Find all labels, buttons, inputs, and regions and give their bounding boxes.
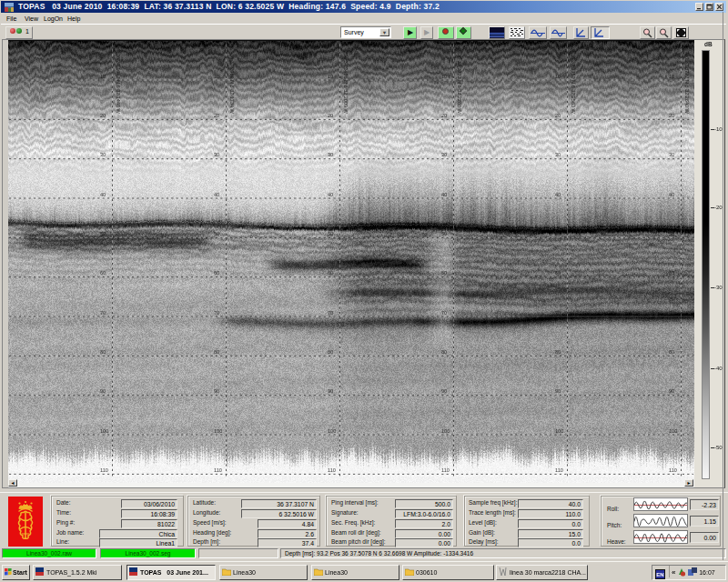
svg-text:20: 20 (214, 113, 219, 118)
svg-text:50: 50 (214, 231, 219, 236)
svg-text:100: 100 (328, 428, 336, 434)
svg-text:90: 90 (441, 388, 447, 394)
svg-text:20: 20 (100, 113, 106, 118)
svg-text:100: 100 (100, 428, 108, 434)
svg-text:110: 110 (100, 467, 108, 473)
svg-text:10: 10 (328, 74, 333, 79)
svg-text:40: 40 (669, 192, 674, 197)
svg-text:110: 110 (555, 467, 563, 473)
svg-text:10: 10 (441, 74, 447, 79)
svg-text:50: 50 (555, 231, 561, 236)
svg-text:30: 30 (214, 152, 219, 157)
svg-text:80: 80 (669, 349, 674, 355)
svg-text:70: 70 (669, 310, 674, 316)
svg-text:36 37.3777 N 6 32.2840 W: 36 37.3777 N 6 32.2840 W (684, 54, 690, 115)
svg-text:70: 70 (328, 310, 333, 316)
svg-text:36 37.3350 N 6 32.2563 W: 36 37.3350 N 6 32.2563 W (571, 54, 576, 115)
svg-text:20: 20 (328, 113, 333, 118)
svg-text:20: 20 (441, 113, 447, 118)
svg-text:10: 10 (214, 74, 219, 79)
svg-text:40: 40 (555, 192, 561, 197)
svg-text:36 37.1642 N 6 32.1448 W: 36 37.1642 N 6 32.1448 W (116, 54, 121, 115)
svg-text:60: 60 (441, 270, 447, 276)
svg-text:100: 100 (669, 428, 677, 434)
svg-text:110: 110 (441, 467, 450, 473)
svg-text:90: 90 (214, 388, 219, 394)
svg-text:50: 50 (441, 231, 447, 236)
svg-text:20: 20 (555, 113, 561, 118)
svg-text:50: 50 (669, 231, 674, 236)
svg-text:60: 60 (214, 270, 219, 276)
svg-text:10: 10 (100, 74, 106, 79)
svg-text:36 37.2923 N 6 32.2286 W: 36 37.2923 N 6 32.2286 W (457, 54, 462, 115)
svg-text:30: 30 (100, 152, 106, 157)
svg-text:10: 10 (669, 74, 674, 79)
svg-text:100: 100 (441, 428, 450, 434)
svg-text:40: 40 (100, 192, 106, 197)
svg-text:90: 90 (669, 388, 674, 394)
svg-text:100: 100 (555, 428, 563, 434)
svg-text:50: 50 (100, 231, 106, 236)
svg-text:90: 90 (328, 388, 333, 394)
svg-text:20: 20 (669, 113, 674, 118)
svg-text:80: 80 (100, 349, 106, 355)
svg-text:60: 60 (328, 270, 333, 276)
svg-text:30: 30 (441, 152, 447, 157)
svg-text:30: 30 (669, 152, 674, 157)
svg-text:10: 10 (555, 74, 561, 79)
svg-text:80: 80 (214, 349, 219, 355)
svg-text:40: 40 (214, 192, 219, 197)
svg-text:70: 70 (214, 310, 219, 316)
svg-text:60: 60 (100, 270, 106, 276)
svg-text:80: 80 (555, 349, 561, 355)
svg-text:80: 80 (441, 349, 447, 355)
svg-text:60: 60 (669, 270, 674, 276)
svg-text:40: 40 (441, 192, 447, 197)
svg-text:110: 110 (214, 467, 222, 473)
svg-text:30: 30 (328, 152, 333, 157)
svg-text:40: 40 (328, 192, 333, 197)
svg-text:30: 30 (555, 152, 561, 157)
svg-text:70: 70 (100, 310, 106, 316)
svg-text:100: 100 (214, 428, 222, 434)
svg-text:70: 70 (555, 310, 561, 316)
svg-text:90: 90 (555, 388, 561, 394)
svg-text:110: 110 (669, 467, 677, 473)
svg-text:36 37.2496 N 6 32.2009 W: 36 37.2496 N 6 32.2009 W (343, 54, 349, 115)
svg-text:36 37.2069 N 6 32.1734 W: 36 37.2069 N 6 32.1734 W (229, 54, 235, 115)
svg-text:110: 110 (328, 467, 336, 473)
svg-text:60: 60 (555, 270, 561, 276)
svg-text:50: 50 (328, 231, 333, 236)
svg-text:80: 80 (328, 349, 333, 355)
svg-text:70: 70 (441, 310, 447, 316)
svg-text:90: 90 (100, 388, 106, 394)
